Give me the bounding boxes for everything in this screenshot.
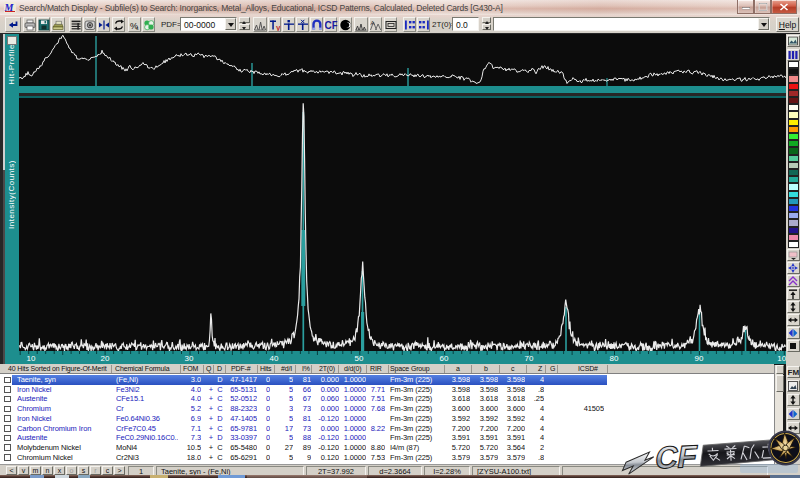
svg-text:A: A (370, 20, 374, 26)
svg-text:CF: CF (324, 20, 337, 31)
svg-text:s: s (136, 25, 139, 31)
svg-text:y: y (276, 23, 281, 31)
svg-text:CF: CF (653, 439, 700, 476)
